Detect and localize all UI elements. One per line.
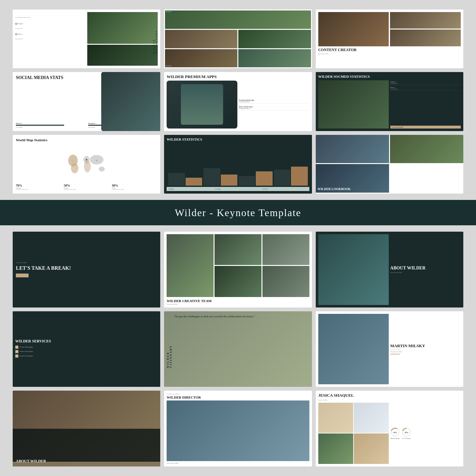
grid-img-label2: Moodboard 02	[165, 49, 237, 68]
premium-apps-title: WILDER PREMIUM APPS	[167, 75, 309, 79]
moodboard-vertical-title: WILDER MOODBOARD	[153, 24, 158, 54]
feature-2: Deluxe Membership Lorem ipsum dolor sit	[239, 105, 309, 110]
lookbook-img-2	[390, 135, 463, 163]
svg-text:35%: 35%	[393, 432, 397, 433]
about-dark-img	[318, 234, 389, 305]
bottom-section: Like words of Wilder LET'S TAKE A BREAK!…	[0, 225, 476, 476]
svg-point-8	[72, 161, 74, 162]
lookbook-title-block: WILDER LOOKBOOK	[316, 164, 389, 193]
director-small-label: About director of Wilder	[167, 393, 309, 395]
slide-jesica[interactable]: JESICA SHAQUEL Ligature of Wilder 35%	[316, 391, 463, 466]
martin-name: MARTIN MILSKY	[390, 344, 461, 348]
slide-lookbook[interactable]: WILDER LOOKBOOK	[316, 135, 463, 194]
svg-point-7	[96, 160, 97, 161]
content-creator-title: CONTENT CREATOR	[318, 48, 461, 52]
martin-role: Placement of Wilder	[390, 349, 461, 350]
jesica-name: JESICA SHAQUEL	[318, 393, 461, 398]
phone-screen	[181, 84, 223, 125]
creative-team-sub: Like words of Wilder	[167, 303, 309, 305]
lookbook-img-1	[316, 135, 389, 163]
svg-point-5	[99, 167, 105, 171]
team-img-3	[262, 234, 309, 265]
slide-break[interactable]: Like words of Wilder LET'S TAKE A BREAK!	[13, 232, 160, 307]
slide-moodboard-grid[interactable]: Moodboard 01 Moodboard 02	[164, 10, 312, 68]
team-img-4	[215, 266, 261, 297]
map-pct1: 70%	[16, 184, 61, 187]
stat1-text: Lorem ipsum	[16, 126, 85, 128]
top-section: Lorem ipsum dolor sit amet consectetur I…	[0, 0, 476, 200]
slide-about-dark[interactable]: ABOUT WILDER About words of Wilder	[316, 232, 463, 307]
donut-1: 35%	[390, 427, 400, 437]
martin-divider	[390, 354, 400, 354]
content-creator-sub: Like words of wider	[318, 53, 461, 55]
slide-social-stats[interactable]: SOCIAL MEDIA STATS Pinterest Lorem ipsum…	[13, 72, 160, 131]
slide-director[interactable]: About director of Wilder WILDER DIRECTOR…	[164, 391, 312, 466]
slide-services[interactable]: WILDER SERVICES ■ Product Photography ■ …	[13, 311, 160, 387]
content-creator-img	[318, 12, 389, 46]
phone-mockup	[167, 81, 237, 129]
slide-martin[interactable]: MARTIN MILSKY Placement of Wilder About …	[316, 311, 463, 387]
map-area	[16, 144, 157, 183]
director-desc: About words of Wilder	[167, 462, 309, 464]
service-item-1: ■ Product Photography	[15, 346, 158, 349]
slide-creative-team[interactable]: WILDER CREATIVE TEAM Like words of Wilde…	[164, 232, 312, 307]
pinterest-icon	[15, 33, 17, 35]
lookbook-title: WILDER LOOKBOOK	[318, 187, 387, 191]
jesica-img-3	[318, 433, 353, 464]
break-title: LET'S TAKE A BREAK!	[16, 265, 157, 271]
service-text-3: Product Photography	[20, 355, 33, 357]
chart-label1: 1. Starting	[168, 188, 214, 190]
grid-img-2	[165, 30, 237, 48]
donut-2: 25%	[402, 427, 411, 437]
jesica-img-4	[354, 433, 389, 464]
side-img-1	[390, 12, 461, 29]
about-dark-sub: About words of Wilder	[390, 272, 461, 274]
chart-label3: 3. Develop	[262, 188, 308, 190]
jesica-donut-row: 35% Illustrates Design 25% UI | UX Desig…	[390, 427, 461, 439]
visionary-vert-title: WILDER VISIONARY	[167, 330, 172, 368]
statistics-title: WILDER STATISTICS	[167, 137, 309, 141]
visionary-bg	[164, 311, 312, 387]
donut2-label: UI | UX Design	[402, 438, 410, 439]
stat1-label: Pinterest	[16, 122, 85, 124]
slide-moodboard[interactable]: Lorem ipsum dolor sit amet consectetur I…	[13, 10, 160, 68]
phone-mockup-bg	[101, 72, 160, 131]
director-img	[167, 400, 309, 461]
break-small-label: Like words of Wilder	[16, 262, 157, 263]
service-icon-2: ■	[15, 350, 18, 353]
team-img-2	[215, 234, 261, 265]
service-text-2: Product Photography	[20, 351, 33, 352]
slide-statistics[interactable]: WILDER STATISTICS 1. Starting 2. Concept	[164, 135, 312, 194]
socmed-stat2: Pinterest Lorem ipsum dolor	[390, 86, 461, 91]
creative-team-title: WILDER CREATIVE TEAM	[167, 299, 309, 303]
svg-point-3	[84, 161, 91, 172]
instagram-icon	[15, 23, 17, 25]
service-item-3: ■ Product Photography	[15, 354, 158, 358]
jesica-img-2	[354, 403, 389, 433]
slide-socmed-statistics[interactable]: WILDER SOCMED STATISTICS Instagram Lorem…	[316, 72, 463, 131]
slide-world-map[interactable]: World Map Statistics	[13, 135, 160, 194]
slide-content-creator[interactable]: CONTENT CREATOR Like words of wider	[316, 10, 463, 68]
team-img-5	[262, 266, 309, 297]
service-item-2: ■ Product Photography	[15, 350, 158, 353]
svg-point-6	[86, 159, 87, 161]
feature-1: Premium Membership Lorem ipsum dolor sit	[239, 98, 309, 104]
visionary-quote: "Accept the challenges so that you can f…	[174, 314, 308, 319]
service-icon-3: ■	[15, 354, 18, 358]
socmed-highlighted: Lorem ipsum highlight	[390, 126, 461, 129]
about-light-stripe	[13, 462, 160, 466]
slide-about-light[interactable]: ABOUT WILDER	[13, 391, 160, 466]
slide-visionary[interactable]: WILDER VISIONARY "Accept the challenges …	[164, 311, 312, 387]
world-map-svg	[16, 150, 157, 176]
socmed-stat1: Instagram Lorem ipsum dolor	[390, 80, 461, 85]
slide-premium-apps[interactable]: WILDER PREMIUM APPS Premium Membership L…	[164, 72, 312, 131]
svg-point-4	[90, 155, 103, 164]
socmed-title: WILDER SOCMED STATISTICS	[318, 75, 461, 78]
director-title: WILDER DIRECTOR	[167, 395, 309, 399]
service-text-1: Product Photography	[20, 346, 33, 348]
socmed-img	[318, 80, 389, 128]
break-accent	[16, 274, 29, 277]
svg-text:25%: 25%	[405, 432, 408, 433]
slide-social1-label: Instagram	[18, 23, 23, 24]
banner: Wilder - Keynote Template	[0, 200, 476, 225]
